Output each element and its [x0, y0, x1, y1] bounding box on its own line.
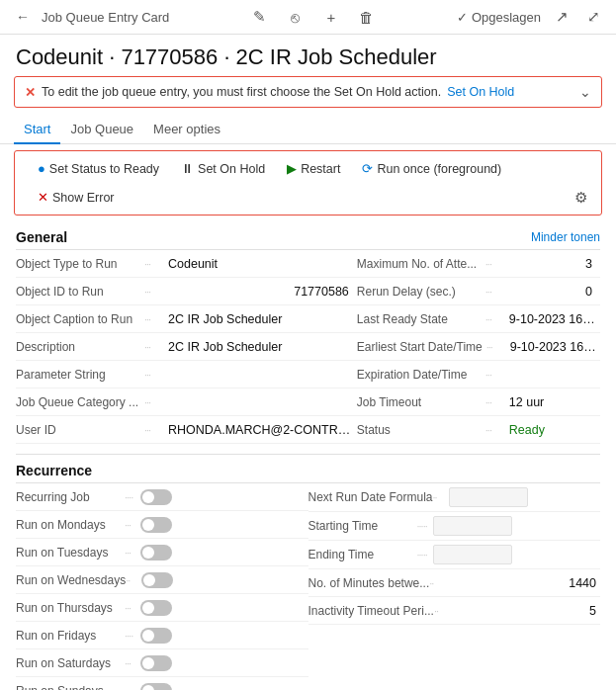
- general-right-col: Maximum No. of Atte... ··· 3 Rerun Delay…: [357, 250, 600, 444]
- field-parameter-string: Parameter String ···: [16, 361, 357, 388]
- rec-minutes-between: No. of Minutes betwe... ·· 1440: [308, 569, 601, 597]
- delete-icon[interactable]: 🗑: [356, 6, 378, 28]
- rec-sundays: Run on Sundays ···: [16, 677, 308, 690]
- run-wednesdays-toggle[interactable]: [141, 572, 173, 588]
- recurrence-section: Recurrence Recurring Job ···· Run on Mon…: [0, 444, 616, 690]
- starting-time-field[interactable]: [433, 516, 512, 536]
- field-job-timeout: Job Timeout ··· 12 uur: [357, 388, 600, 416]
- restart-label: Restart: [301, 162, 340, 176]
- rec-fridays: Run on Fridays ····: [16, 622, 308, 649]
- field-object-caption: Object Caption to Run ··· 2C IR Job Sche…: [16, 305, 357, 333]
- field-expiration: Expiration Date/Time ···: [357, 361, 600, 388]
- run-once-icon: ⟳: [362, 161, 373, 176]
- rec-recurring-job: Recurring Job ····: [16, 483, 308, 511]
- saved-label: ✓ Opgeslagen: [457, 10, 541, 25]
- rec-mondays: Run on Mondays ···: [16, 511, 308, 539]
- share-icon[interactable]: ⎋: [285, 6, 307, 28]
- open-new-icon[interactable]: ↗: [551, 6, 572, 28]
- tab-nav: Start Job Queue Meer opties: [0, 116, 616, 144]
- field-user-id: User ID ··· RHONDA.MARCH@2-CONTROL...: [16, 416, 357, 444]
- rec-saturdays: Run on Saturdays ···: [16, 649, 308, 677]
- expand-icon[interactable]: ⤢: [582, 6, 604, 28]
- set-on-hold-button[interactable]: ⏸ Set On Hold: [172, 156, 274, 181]
- tab-start[interactable]: Start: [14, 116, 60, 144]
- set-on-hold-label: Set On Hold: [198, 162, 265, 176]
- top-bar: ← Job Queue Entry Card ✎ ⎋ + 🗑 ✓ Opgesla…: [0, 0, 616, 35]
- rec-tuesdays: Run on Tuesdays ···: [16, 539, 308, 566]
- recurrence-right-col: Next Run Date Formula ·· Starting Time ·…: [308, 483, 601, 690]
- run-tuesdays-toggle[interactable]: [140, 545, 172, 561]
- set-status-ready-button[interactable]: ● Set Status to Ready: [29, 156, 168, 181]
- field-object-type: Object Type to Run ··· Codeunit: [16, 250, 357, 278]
- rec-inactivity-timeout: Inactivity Timeout Peri... ·· 5: [308, 597, 601, 625]
- top-bar-left: ← Job Queue Entry Card: [12, 6, 169, 28]
- add-icon[interactable]: +: [320, 6, 342, 28]
- edit-icon[interactable]: ✎: [249, 6, 271, 28]
- field-job-queue-category: Job Queue Category ... ···: [16, 388, 357, 416]
- field-earliest-start: Earliest Start Date/Time ··· 9-10-2023 1…: [357, 333, 600, 361]
- alert-message: To edit the job queue entry, you must fi…: [42, 85, 441, 99]
- top-bar-right: ✓ Opgeslagen ↗ ⤢: [457, 6, 604, 28]
- rec-ending-time: Ending Time ·····: [308, 541, 601, 569]
- status-ready-icon: ●: [38, 161, 45, 176]
- general-section: General Minder tonen Object Type to Run …: [0, 221, 616, 444]
- alert-content: ✕ To edit the job queue entry, you must …: [25, 85, 514, 100]
- run-fridays-toggle[interactable]: [140, 628, 172, 644]
- field-last-ready-state: Last Ready State ··· 9-10-2023 16:12: [357, 305, 600, 333]
- next-run-formula-field[interactable]: [449, 487, 528, 507]
- recurring-job-toggle[interactable]: [140, 489, 172, 505]
- back-button[interactable]: ←: [12, 6, 34, 28]
- field-object-id: Object ID to Run ··· 71770586: [16, 278, 357, 305]
- recurrence-grid: Recurring Job ···· Run on Mondays ··· Ru…: [16, 482, 600, 690]
- rec-thursdays: Run on Thursdays ···: [16, 594, 308, 622]
- general-section-header: General Minder tonen: [16, 229, 600, 245]
- general-section-title: General: [16, 229, 67, 245]
- show-error-label: Show Error: [52, 191, 115, 205]
- tab-meer-opties[interactable]: Meer opties: [143, 116, 230, 144]
- set-status-ready-label: Set Status to Ready: [49, 162, 159, 176]
- page-label: Job Queue Entry Card: [42, 10, 169, 25]
- set-on-hold-icon: ⏸: [181, 161, 194, 176]
- top-bar-center: ✎ ⎋ + 🗑: [249, 6, 378, 28]
- run-sundays-toggle[interactable]: [140, 683, 172, 691]
- show-error-button[interactable]: ✕ Show Error: [29, 185, 124, 210]
- run-mondays-toggle[interactable]: [140, 517, 172, 533]
- alert-x-icon: ✕: [25, 85, 36, 100]
- field-status: Status ··· Ready: [357, 416, 600, 444]
- show-error-icon: ✕: [38, 190, 48, 205]
- field-description: Description ··· 2C IR Job Scheduler: [16, 333, 357, 361]
- field-max-attempts: Maximum No. of Atte... ··· 3: [357, 250, 600, 278]
- recurrence-title: Recurrence: [16, 454, 600, 478]
- run-saturdays-toggle[interactable]: [140, 655, 172, 671]
- action-bar: ● Set Status to Ready ⏸ Set On Hold ▶ Re…: [14, 150, 602, 216]
- restart-button[interactable]: ▶ Restart: [278, 156, 349, 181]
- general-fields-grid: Object Type to Run ··· Codeunit Object I…: [16, 249, 600, 444]
- tab-job-queue[interactable]: Job Queue: [60, 116, 143, 144]
- field-rerun-delay: Rerun Delay (sec.) ··· 0: [357, 278, 600, 305]
- gear-button[interactable]: ⚙: [574, 189, 587, 207]
- general-left-col: Object Type to Run ··· Codeunit Object I…: [16, 250, 357, 444]
- ending-time-field[interactable]: [433, 545, 512, 564]
- run-once-button[interactable]: ⟳ Run once (foreground): [353, 156, 510, 181]
- alert-collapse-icon[interactable]: ⌄: [579, 84, 591, 100]
- alert-link[interactable]: Set On Hold: [447, 85, 514, 99]
- rec-next-run-formula: Next Run Date Formula ··: [308, 483, 601, 512]
- restart-icon: ▶: [287, 161, 297, 176]
- rec-starting-time: Starting Time ·····: [308, 512, 601, 541]
- collapse-link[interactable]: Minder tonen: [531, 230, 600, 244]
- rec-wednesdays: Run on Wednesdays ··: [16, 566, 308, 594]
- recurrence-left-col: Recurring Job ···· Run on Mondays ··· Ru…: [16, 483, 308, 690]
- run-once-label: Run once (foreground): [377, 162, 501, 176]
- page-title: Codeunit · 71770586 · 2C IR Job Schedule…: [0, 35, 616, 76]
- run-thursdays-toggle[interactable]: [140, 600, 172, 616]
- alert-banner: ✕ To edit the job queue entry, you must …: [14, 76, 602, 108]
